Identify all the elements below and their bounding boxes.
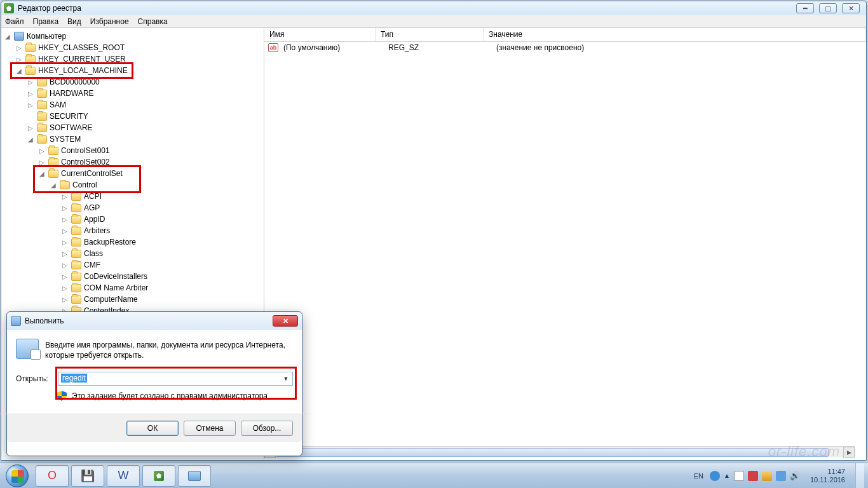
run-dialog: Выполнить ✕ Введите имя программы, папки… — [6, 311, 302, 456]
scroll-thumb[interactable] — [276, 448, 829, 457]
start-button[interactable] — [0, 463, 34, 489]
folder-icon — [37, 112, 47, 121]
folder-icon — [71, 204, 81, 212]
combo-dropdown-icon[interactable]: ▼ — [280, 373, 292, 384]
menu-edit[interactable]: Правка — [33, 17, 59, 26]
tree-item[interactable]: ▷ComputerName — [1, 294, 264, 305]
folder-icon — [71, 193, 81, 201]
tree-item[interactable]: ▷BCD00000000 — [1, 76, 264, 88]
folder-icon — [37, 124, 47, 132]
system-tray: EN ▲ 🔊 11:47 10.11.2016 — [694, 463, 868, 489]
start-orb-icon — [6, 464, 29, 487]
open-input-value[interactable]: regedit — [61, 374, 87, 383]
maximize-button[interactable]: ▢ — [819, 3, 837, 13]
folder-icon — [37, 90, 47, 98]
tree-item[interactable]: ▷COM Name Arbiter — [1, 282, 264, 294]
tree-item[interactable]: ▷HARDWARE — [1, 88, 264, 99]
clock-time: 11:47 — [810, 468, 845, 476]
dialog-title: Выполнить — [25, 316, 273, 325]
folder-icon — [71, 295, 81, 304]
folder-icon — [60, 181, 70, 189]
tree-root[interactable]: ◢Компьютер — [1, 30, 264, 42]
horizontal-scrollbar[interactable]: ◀ ▶ — [264, 446, 855, 458]
admin-note: Это задание будет создано с правами адми… — [72, 391, 268, 400]
tray-update-icon[interactable] — [762, 471, 772, 481]
tree-item[interactable]: ▷CoDeviceInstallers — [1, 271, 264, 282]
minimize-button[interactable]: ━ — [796, 3, 814, 13]
tray-flag-icon[interactable] — [734, 471, 744, 481]
browse-button[interactable]: Обзор... — [241, 421, 293, 436]
taskbar: O 💾 W EN ▲ 🔊 11:47 10.11.2016 — [0, 463, 868, 488]
taskbar-run[interactable] — [178, 465, 211, 487]
folder-icon — [71, 238, 81, 247]
tree-item[interactable]: ▷AppID — [1, 214, 264, 225]
string-value-icon: ab — [268, 43, 278, 52]
list-body[interactable]: ab (По умолчанию) REG_SZ (значение не пр… — [264, 42, 866, 459]
tree-item[interactable]: ▷CMF — [1, 259, 264, 271]
regedit-icon — [4, 3, 14, 13]
clock[interactable]: 11:47 10.11.2016 — [806, 468, 849, 484]
tree-item[interactable]: ◢HKEY_LOCAL_MACHINE — [1, 65, 264, 76]
taskbar-opera[interactable]: O — [36, 465, 69, 487]
computer-icon — [14, 32, 24, 41]
tray-volume-icon[interactable]: 🔊 — [790, 471, 800, 480]
menu-help[interactable]: Справка — [138, 17, 168, 26]
tray-help-icon[interactable] — [710, 471, 720, 481]
value-name: (По умолчанию) — [281, 43, 386, 52]
col-name[interactable]: Имя — [264, 28, 376, 41]
window-title: Редактор реестра — [18, 4, 81, 13]
dialog-titlebar[interactable]: Выполнить ✕ — [7, 312, 302, 330]
tree-item[interactable]: ▷Class — [1, 248, 264, 259]
tree-item[interactable]: ▷SOFTWARE — [1, 122, 264, 133]
tree-item[interactable]: ▷SAM — [1, 99, 264, 111]
language-indicator[interactable]: EN — [694, 472, 703, 480]
show-desktop-button[interactable] — [855, 463, 864, 489]
folder-icon — [71, 250, 81, 258]
tray-network-icon[interactable] — [776, 471, 786, 481]
uac-shield-icon — [57, 391, 67, 401]
folder-icon — [71, 261, 81, 269]
dialog-close-button[interactable]: ✕ — [273, 315, 298, 327]
tree-item[interactable]: ▷BackupRestore — [1, 236, 264, 248]
tree-item[interactable]: ◢CurrentControlSet — [1, 168, 264, 179]
tree-item[interactable]: ▷Arbiters — [1, 225, 264, 236]
open-label: Открыть: — [16, 374, 51, 383]
close-button[interactable]: ✕ — [842, 3, 860, 13]
tree-item[interactable]: SECURITY — [1, 111, 264, 122]
taskbar-regedit[interactable] — [142, 465, 175, 487]
folder-icon — [25, 55, 36, 64]
folder-icon — [71, 284, 81, 292]
tree-item[interactable]: ▷ControlSet002 — [1, 156, 264, 168]
taskbar-word[interactable]: W — [107, 465, 140, 487]
tree-item[interactable]: ▷ControlSet001 — [1, 145, 264, 156]
run-taskbar-icon — [188, 471, 201, 481]
col-value[interactable]: Значение — [484, 28, 866, 41]
menubar: Файл Правка Вид Избранное Справка — [1, 15, 866, 28]
value-list-pane: Имя Тип Значение ab (По умолчанию) REG_S… — [264, 28, 866, 459]
taskbar-save[interactable]: 💾 — [71, 465, 104, 487]
tray-expand-icon[interactable]: ▲ — [724, 472, 730, 479]
tree-item[interactable]: ▷HKEY_CURRENT_USER — [1, 53, 264, 65]
titlebar[interactable]: Редактор реестра ━ ▢ ✕ — [1, 1, 866, 15]
run-description: Введите имя программы, папки, документа … — [45, 339, 293, 360]
scroll-right-arrow[interactable]: ▶ — [843, 447, 855, 458]
tree-item[interactable]: ◢Control — [1, 179, 264, 191]
menu-favorites[interactable]: Избранное — [90, 17, 129, 26]
open-combobox[interactable]: regedit ▼ — [58, 372, 293, 386]
tray-security-icon[interactable] — [748, 471, 758, 481]
run-icon — [11, 316, 21, 326]
tree-item[interactable]: ▷AGP — [1, 202, 264, 214]
ok-button[interactable]: ОК — [126, 421, 179, 436]
col-type[interactable]: Тип — [376, 28, 484, 41]
folder-icon — [48, 170, 58, 178]
menu-file[interactable]: Файл — [5, 17, 24, 26]
tree-item[interactable]: ◢SYSTEM — [1, 133, 264, 145]
tree-item[interactable]: ▷ACPI — [1, 191, 264, 202]
cancel-button[interactable]: Отмена — [184, 421, 236, 436]
menu-view[interactable]: Вид — [67, 17, 81, 26]
folder-icon — [37, 135, 47, 144]
folder-icon — [71, 215, 81, 224]
run-program-icon — [16, 339, 39, 359]
tree-item[interactable]: ▷HKEY_CLASSES_ROOT — [1, 42, 264, 53]
value-row[interactable]: ab (По умолчанию) REG_SZ (значение не пр… — [264, 42, 866, 53]
